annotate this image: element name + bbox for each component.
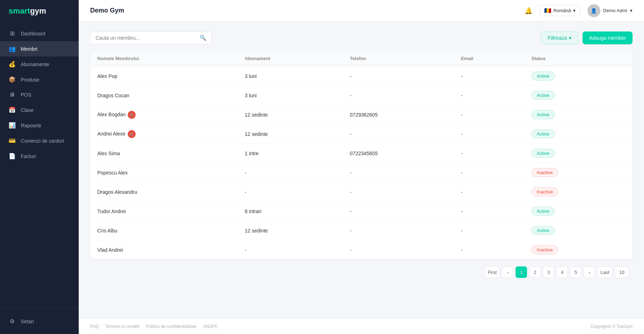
table-body: Alex Pop3 luni--ActiveDragos Cocan3 luni…	[90, 67, 633, 260]
sidebar-item-rapoarte[interactable]: 📊 Rapoarte	[0, 118, 79, 133]
rapoarte-icon: 📊	[9, 122, 16, 129]
col-status: Status	[524, 51, 633, 67]
col-numele-membrului: Numele Membrului	[90, 51, 238, 67]
table-row[interactable]: Andrei Alexe🛒12 sedinte--Active	[90, 124, 633, 144]
member-abonament: 3 luni	[238, 67, 343, 86]
sidebar-item-membri[interactable]: 👥 Membri	[0, 41, 79, 57]
member-abonament: 1 intre	[238, 144, 343, 163]
member-name: Tudor Andrei	[90, 202, 238, 221]
member-email: -	[454, 144, 525, 163]
status-badge: Active	[531, 110, 555, 119]
logo-gym: gym	[30, 6, 46, 15]
member-telefon: 0729362605	[343, 105, 454, 124]
user-menu-button[interactable]: 👤 Demo Admi ▾	[587, 4, 633, 17]
user-arrow-icon: ▾	[630, 8, 633, 13]
member-status: Inactive	[524, 163, 633, 182]
pagination-page-3-button[interactable]: 3	[543, 266, 554, 278]
member-email: -	[454, 221, 525, 240]
clase-icon: 📅	[9, 107, 16, 113]
table-row[interactable]: Popescu Alex---Inactive	[90, 163, 633, 182]
member-email: -	[454, 67, 525, 86]
footer-link-termeni-si-conditii[interactable]: Termeni si conditii	[105, 324, 139, 329]
member-name: Alex Sima	[90, 144, 238, 163]
dashboard-icon: ⊞	[9, 30, 16, 37]
sidebar-item-dashboard[interactable]: ⊞ Dashboard	[0, 26, 79, 41]
pagination-page-2-button[interactable]: 2	[529, 266, 541, 278]
pagination-page-4-button[interactable]: 4	[556, 266, 568, 278]
table-row[interactable]: Dragos Alexandru---Inactive	[90, 182, 633, 202]
member-abonament: 12 sedinte	[238, 124, 343, 144]
search-input[interactable]	[96, 35, 197, 41]
sidebar-item-comenzi[interactable]: 💳 Comenzi de carduri	[0, 133, 79, 148]
sidebar-item-pos[interactable]: 🖥 POS	[0, 87, 79, 102]
notification-bell-icon[interactable]: 🔔	[525, 7, 532, 15]
toolbar: 🔍 Filtreaza ▾ Adauga member	[90, 31, 633, 44]
page-title: Demo Gym	[90, 7, 124, 14]
footer-link-politica-de-confidentialitate[interactable]: Politica de confidentialitate	[146, 324, 196, 329]
status-badge: Inactive	[531, 245, 558, 254]
language-arrow-icon: ▾	[573, 8, 576, 13]
member-abonament: -	[238, 163, 343, 182]
sidebar-item-produse[interactable]: 📦 Produse	[0, 72, 79, 87]
member-name: Popescu Alex	[90, 163, 238, 182]
member-name: Vlad Andrei	[90, 240, 238, 260]
member-abonament: 8 intrari	[238, 202, 343, 221]
footer-link-anspc[interactable]: ANSPC	[203, 324, 218, 329]
table-row[interactable]: Alex Bogdan🛒12 sedinte0729362605-Active	[90, 105, 633, 124]
member-name: Andrei Alexe🛒	[90, 124, 238, 144]
footer: FAQTermeni si conditiiPolitica de confid…	[79, 319, 644, 334]
search-box: 🔍	[90, 31, 212, 44]
pagination-page-1-button[interactable]: 1	[516, 266, 527, 278]
member-status: Inactive	[524, 182, 633, 202]
sidebar-item-label-setari: Setari	[21, 319, 34, 324]
pagination-first-button[interactable]: First	[484, 266, 500, 278]
header-right: 🔔 🇷🇴 Română ▾ 👤 Demo Admi ▾	[525, 4, 633, 17]
main-content: Demo Gym 🔔 🇷🇴 Română ▾ 👤 Demo Admi ▾ 🔍	[79, 0, 644, 334]
status-badge: Active	[531, 207, 555, 216]
sidebar-item-label-facturi: Facturi	[21, 153, 36, 159]
sidebar-item-label-clase: Clase	[21, 107, 34, 113]
member-abonament: -	[238, 182, 343, 202]
sidebar-item-label-comenzi: Comenzi de carduri	[21, 138, 64, 144]
member-email: -	[454, 202, 525, 221]
add-member-button[interactable]: Adauga member	[582, 31, 633, 44]
table-row[interactable]: Cris Albu12 sedinte--Active	[90, 221, 633, 240]
search-icon: 🔍	[200, 35, 206, 41]
sidebar-item-label-abonamente: Abonamente	[21, 62, 49, 67]
pagination: First ‹ 12345 › Last	[90, 259, 633, 285]
sidebar-item-abonamente[interactable]: 💰 Abonamente	[0, 57, 79, 72]
pagination-last-button[interactable]: Last	[597, 266, 613, 278]
member-telefon: -	[343, 163, 454, 182]
produse-icon: 📦	[9, 76, 16, 83]
member-status: Active	[524, 124, 633, 144]
language-button[interactable]: 🇷🇴 Română ▾	[540, 5, 580, 16]
logo: smartgym	[0, 0, 79, 22]
pagination-per-page-input[interactable]	[615, 266, 629, 278]
member-name: Dragos Cocan	[90, 86, 238, 105]
member-status: Active	[524, 144, 633, 163]
member-status: Active	[524, 221, 633, 240]
table-row[interactable]: Dragos Cocan3 luni--Active	[90, 86, 633, 105]
comenzi-icon: 💳	[9, 137, 16, 144]
sidebar-item-setari[interactable]: ⚙ Setari	[9, 314, 70, 328]
footer-link-faq[interactable]: FAQ	[90, 324, 99, 329]
table-row[interactable]: Alex Sima1 intre0722345655-Active	[90, 144, 633, 163]
member-telefon: -	[343, 240, 454, 260]
logo-smart: smart	[9, 6, 30, 15]
status-badge: Active	[531, 149, 555, 158]
member-email: -	[454, 124, 525, 144]
member-name: Dragos Alexandru	[90, 182, 238, 202]
member-name: Alex Bogdan🛒	[90, 105, 238, 124]
table-row[interactable]: Tudor Andrei8 intrari--Active	[90, 202, 633, 221]
table-row[interactable]: Vlad Andrei---Inactive	[90, 240, 633, 260]
user-label: Demo Admi	[603, 8, 627, 13]
sidebar-item-facturi[interactable]: 📄 Facturi	[0, 148, 79, 164]
pagination-next-button[interactable]: ›	[584, 266, 595, 278]
pagination-prev-button[interactable]: ‹	[502, 266, 513, 278]
filter-button[interactable]: Filtreaza ▾	[541, 31, 579, 44]
table-row[interactable]: Alex Pop3 luni--Active	[90, 67, 633, 86]
member-email: -	[454, 182, 525, 202]
col-abonament: Abonament	[238, 51, 343, 67]
sidebar-item-clase[interactable]: 📅 Clase	[0, 102, 79, 118]
pagination-page-5-button[interactable]: 5	[570, 266, 581, 278]
